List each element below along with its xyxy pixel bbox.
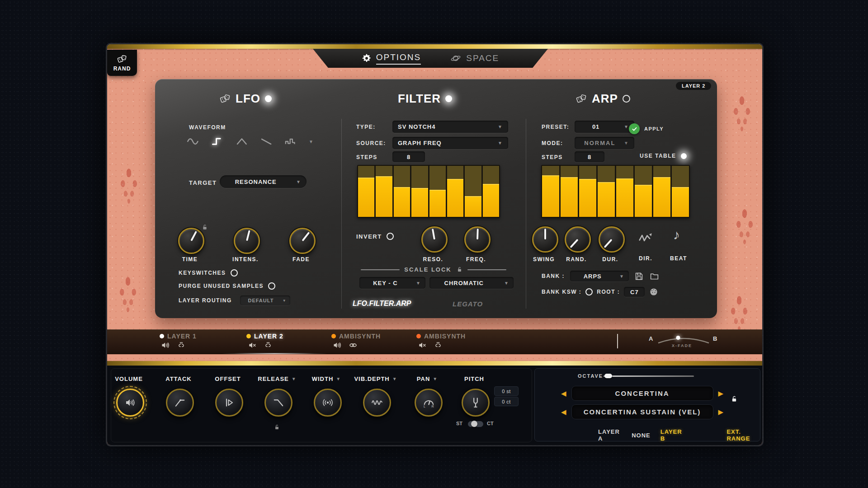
range-layer-a[interactable]: LAYER A [598, 428, 622, 442]
layer-item-4[interactable]: AMBISYNTH [416, 333, 466, 350]
key-dropdown[interactable]: KEY - C ▼ [359, 277, 425, 289]
graph-step[interactable] [635, 166, 652, 217]
midi-pad-icon[interactable] [649, 287, 659, 297]
target-dropdown[interactable]: RESONANCE ▼ [220, 175, 307, 188]
arp-steps-value-box[interactable]: 8 [575, 151, 604, 162]
arp-random-knob[interactable] [565, 226, 591, 253]
volume-knob[interactable] [116, 389, 144, 417]
triangle-wave-icon[interactable] [236, 137, 249, 146]
filter-steps-value-box[interactable]: 8 [392, 151, 425, 162]
filter-resonance-knob[interactable] [421, 226, 448, 253]
arp-mode-dropdown[interactable]: NORMAL ▼ [575, 137, 634, 149]
save-floppy-icon[interactable] [634, 272, 644, 281]
graph-step[interactable] [429, 166, 446, 217]
invert-toggle[interactable] [387, 233, 394, 240]
st-ct-toggle[interactable] [468, 421, 483, 427]
graph-step[interactable] [376, 166, 392, 217]
graph-step[interactable] [579, 166, 596, 217]
range-none[interactable]: NONE [632, 432, 651, 439]
apply-button[interactable] [629, 123, 640, 134]
sine-wave-icon[interactable] [187, 137, 200, 146]
graph-step[interactable] [653, 166, 670, 217]
filter-power-toggle[interactable] [445, 95, 452, 102]
square-wave-icon[interactable] [211, 137, 225, 146]
offset-knob[interactable] [215, 389, 243, 417]
graph-step[interactable] [561, 166, 578, 217]
pan-label[interactable]: PAN▼ [417, 375, 438, 382]
layer-item-3[interactable]: AMBISYNTH [331, 333, 381, 350]
vib-depth-label[interactable]: VIB.DEPTH▼ [354, 375, 397, 382]
prev-articulation-arrow[interactable]: ◀ [561, 408, 566, 416]
release-label[interactable]: RELEASE▼ [258, 375, 296, 382]
layer-routing-dropdown[interactable]: DEFAULT ▼ [240, 296, 290, 305]
bank-ksw-toggle[interactable] [585, 288, 593, 296]
filter-frequency-knob[interactable] [464, 226, 491, 253]
chain-broken-icon[interactable] [433, 341, 443, 350]
vib-depth-knob[interactable] [363, 389, 391, 417]
instrument-value-box[interactable]: CONCERTINA [571, 386, 713, 401]
speaker-muted-icon[interactable] [417, 341, 427, 350]
lfo-fade-knob[interactable] [289, 228, 316, 254]
dice-icon[interactable] [576, 94, 587, 104]
pitch-cents-box[interactable]: 0 ct [494, 397, 519, 406]
octave-slider-track[interactable] [604, 375, 694, 377]
randomize-button[interactable]: RAND [107, 50, 137, 76]
lfo-intensity-knob[interactable] [234, 228, 260, 254]
random-wave-icon[interactable] [284, 137, 298, 146]
arp-power-toggle[interactable] [623, 95, 630, 103]
filter-type-dropdown[interactable]: SV NOTCH4 ▼ [392, 121, 508, 133]
arp-step-graph[interactable] [541, 165, 690, 218]
pitch-semitones-box[interactable]: 0 st [494, 386, 519, 396]
graph-step[interactable] [542, 166, 559, 217]
chain-broken-icon[interactable] [263, 341, 274, 350]
arp-duration-knob[interactable] [599, 226, 625, 253]
graph-step[interactable] [394, 166, 410, 217]
keyswitches-toggle[interactable] [231, 269, 238, 277]
speaker-muted-icon[interactable] [247, 341, 257, 350]
load-folder-icon[interactable] [649, 272, 660, 281]
lock-open-icon[interactable] [274, 424, 280, 431]
root-value-box[interactable]: C7 [624, 287, 645, 297]
lfo-power-toggle[interactable] [265, 95, 272, 102]
dice-icon[interactable] [219, 94, 231, 104]
release-knob[interactable] [264, 389, 292, 417]
filter-step-graph[interactable] [357, 165, 500, 218]
graph-step[interactable] [411, 166, 428, 217]
purge-toggle[interactable] [268, 282, 275, 290]
waveform-dropdown-caret-icon[interactable]: ▼ [309, 139, 313, 144]
direction-zigzag-icon[interactable] [638, 231, 653, 244]
arp-swing-knob[interactable] [532, 226, 558, 253]
speaker-on-icon[interactable] [332, 341, 342, 350]
layer-badge[interactable]: LAYER 2 [676, 82, 711, 90]
lock-open-icon[interactable] [456, 266, 463, 273]
width-knob[interactable] [314, 389, 342, 417]
ramp-wave-icon[interactable] [260, 137, 274, 146]
layer-item-2[interactable]: LAYER 2 [246, 333, 283, 350]
page-tab-legato[interactable]: LEGATO [453, 300, 483, 308]
bank-dropdown[interactable]: ARPS ▼ [570, 271, 629, 282]
pitch-knob[interactable] [462, 389, 490, 417]
filter-source-dropdown[interactable]: GRAPH FREQ ▼ [392, 137, 508, 149]
arp-preset-dropdown[interactable]: 01 ▼ [575, 121, 634, 133]
lock-open-icon[interactable] [201, 224, 208, 231]
layer-item-1[interactable]: LAYER 1 [160, 333, 197, 350]
graph-step[interactable] [465, 166, 481, 217]
attack-knob[interactable] [166, 389, 194, 417]
chain-linked-icon[interactable] [348, 341, 359, 350]
articulation-value-box[interactable]: CONCERTINA SUSTAIN (VEL) [571, 404, 713, 419]
tab-options[interactable]: OPTIONS [362, 52, 421, 65]
tab-space[interactable]: SPACE [450, 53, 499, 64]
graph-step[interactable] [616, 166, 633, 217]
octave-slider-handle[interactable] [604, 374, 612, 378]
width-label[interactable]: WIDTH▼ [312, 375, 341, 382]
use-table-toggle[interactable] [681, 153, 687, 159]
lfo-time-knob[interactable] [178, 228, 204, 254]
graph-step[interactable] [358, 166, 374, 217]
graph-step[interactable] [447, 166, 463, 217]
pan-knob[interactable] [415, 389, 443, 417]
chain-broken-icon[interactable] [176, 341, 187, 350]
page-tab-lfo-filter-arp[interactable]: LFO.FILTER.ARP [353, 300, 411, 308]
graph-step[interactable] [483, 166, 499, 217]
graph-step[interactable] [672, 166, 689, 217]
graph-step[interactable] [598, 166, 615, 217]
